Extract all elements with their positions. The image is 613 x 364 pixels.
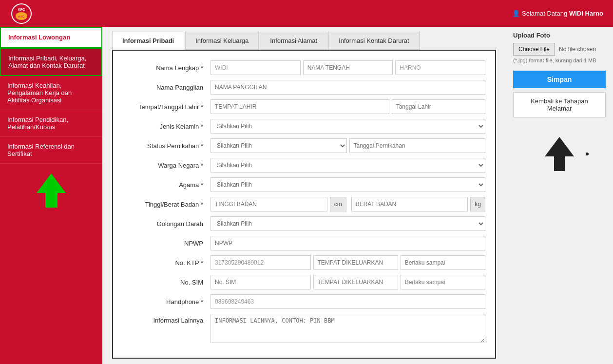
select-jenis-kelamin[interactable]: Silahkan Pilih Laki-laki Perempuan [211, 119, 485, 134]
field-npwp: NPWP [123, 236, 485, 250]
sidebar-item-informasi-pribadi-keluarga[interactable]: Informasi Pribadi, Keluarga, Alamat dan … [0, 48, 102, 76]
upload-title: Upload Foto [513, 32, 606, 39]
field-warga-negara: Warga Negara * Silahkan Pilih WNI WNA [123, 158, 485, 172]
field-status-pernikahan: Status Pernikahan * Silahkan Pilih Belum… [123, 138, 485, 153]
greeting-text: Selamat Datang [522, 10, 567, 17]
field-no-sim: No. SIM [123, 275, 485, 289]
kfc-logo-icon: KFC KFC [10, 3, 33, 24]
annotation-arrow-icon [545, 137, 574, 171]
inputs-no-sim [211, 275, 485, 289]
input-tinggi-badan[interactable] [211, 197, 327, 211]
inputs-status-pernikahan: Silahkan Pilih Belum Menikah Menikah Cer… [211, 138, 485, 153]
inputs-handphone [211, 294, 485, 309]
select-golongan-darah[interactable]: Silahkan Pilih A B AB O [211, 216, 485, 231]
sidebar-item-informasi-lowongan[interactable]: Informasi Lowongan [0, 27, 102, 48]
field-jenis-kelamin: Jenis Kelamin * Silahkan Pilih Laki-laki… [123, 119, 485, 134]
select-agama[interactable]: Silahkan Pilih Islam Kristen Katolik Hin… [211, 177, 485, 192]
sidebar-label-informasi-keahlian: Informasi Keahlian, Pengalaman Kerja dan… [7, 82, 72, 104]
label-nama-lengkap: Nama Lengkap * [123, 64, 211, 72]
input-tanggal-pernikahan[interactable] [349, 138, 486, 153]
sidebar-arrow-indicator [0, 164, 102, 217]
inputs-golongan-darah: Silahkan Pilih A B AB O [211, 216, 485, 231]
right-panel: Upload Foto Choose File No file chosen (… [506, 27, 613, 364]
label-agama: Agama * [123, 181, 211, 189]
inputs-jenis-kelamin: Silahkan Pilih Laki-laki Perempuan [211, 119, 485, 134]
simpan-button[interactable]: Simpan [513, 71, 606, 88]
field-tempat-tanggal-lahir: Tempat/Tanggal Lahir * [123, 99, 485, 114]
tabs-container: Informasi Pribadi Informasi Keluarga Inf… [112, 32, 496, 50]
label-jenis-kelamin: Jenis Kelamin * [123, 123, 211, 130]
label-tempat-tanggal-lahir: Tempat/Tanggal Lahir * [123, 103, 211, 111]
inputs-informasi-lainnya [211, 314, 485, 343]
field-nama-panggilan: Nama Panggilan [123, 80, 485, 95]
inputs-nama-lengkap [211, 60, 485, 75]
select-status-pernikahan[interactable]: Silahkan Pilih Belum Menikah Menikah Cer… [211, 138, 347, 153]
field-golongan-darah: Golongan Darah Silahkan Pilih A B AB O [123, 216, 485, 231]
main-layout: Informasi Lowongan Informasi Pribadi, Ke… [0, 27, 613, 364]
label-no-sim: No. SIM [123, 279, 211, 286]
field-handphone: Handphone * [123, 294, 485, 309]
tab-informasi-alamat[interactable]: Informasi Alamat [260, 32, 327, 50]
svg-text:KFC: KFC [18, 8, 25, 11]
sidebar-label-informasi-pendidikan: Informasi Pendidikan, Pelatihan/Kursus [7, 116, 68, 131]
no-file-text: No file chosen [559, 46, 596, 53]
input-sim-tempat[interactable] [313, 275, 398, 289]
label-informasi-lainnya: Informasi Lainnya [123, 314, 211, 324]
sidebar-label-informasi-lowongan: Informasi Lowongan [8, 34, 70, 41]
input-nama-tengah[interactable] [303, 60, 393, 75]
field-nama-lengkap: Nama Lengkap * [123, 60, 485, 75]
user-icon: 👤 [512, 10, 520, 17]
input-ktp-tempat[interactable] [313, 255, 398, 270]
header: KFC KFC 👤 Selamat Datang WIDI Harno [0, 0, 613, 27]
arrow-annotation [513, 132, 606, 171]
logo: KFC KFC [10, 3, 33, 24]
input-sim-berlaku[interactable] [401, 275, 485, 289]
input-nama-depan[interactable] [211, 60, 301, 75]
input-handphone[interactable] [211, 294, 485, 309]
sidebar-label-informasi-referensi: Informasi Referensi dan Sertifikat [7, 143, 75, 157]
input-tempat-lahir[interactable] [211, 99, 389, 114]
unit-kg: kg [470, 197, 485, 211]
input-tanggal-lahir[interactable] [392, 99, 485, 114]
kembali-button[interactable]: Kembali ke Tahapan Melamar [513, 92, 606, 117]
sidebar-item-informasi-referensi[interactable]: Informasi Referensi dan Sertifikat [0, 137, 102, 164]
upload-row: Choose File No file chosen [513, 43, 606, 56]
input-ktp-berlaku[interactable] [401, 255, 485, 270]
tab-informasi-keluarga[interactable]: Informasi Keluarga [185, 32, 259, 50]
inputs-agama: Silahkan Pilih Islam Kristen Katolik Hin… [211, 177, 485, 192]
inputs-tempat-tanggal-lahir [211, 99, 485, 114]
textarea-informasi-lainnya[interactable] [211, 314, 485, 343]
tab-informasi-kontak-darurat[interactable]: Informasi Kontak Darurat [328, 32, 420, 50]
svg-text:KFC: KFC [19, 15, 25, 18]
label-handphone: Handphone * [123, 298, 211, 306]
input-nama-panggilan[interactable] [211, 80, 485, 95]
unit-cm: cm [330, 197, 346, 211]
input-no-ktp[interactable] [211, 255, 311, 270]
input-no-sim[interactable] [211, 275, 311, 289]
choose-file-button[interactable]: Choose File [513, 43, 555, 56]
input-nama-belakang[interactable] [395, 60, 485, 75]
input-npwp[interactable] [211, 236, 485, 250]
sidebar-item-informasi-pendidikan[interactable]: Informasi Pendidikan, Pelatihan/Kursus [0, 110, 102, 137]
label-npwp: NPWP [123, 240, 211, 247]
field-no-ktp: No. KTP * [123, 255, 485, 270]
form-container: Nama Lengkap * Nama Panggilan Tempat/Tan… [112, 50, 496, 359]
inputs-nama-panggilan [211, 80, 485, 95]
upload-hint: (*.jpg) format file, kurang dari 1 MB [513, 57, 606, 63]
label-nama-panggilan: Nama Panggilan [123, 84, 211, 91]
upload-section: Upload Foto Choose File No file chosen (… [513, 32, 606, 63]
field-agama: Agama * Silahkan Pilih Islam Kristen Kat… [123, 177, 485, 192]
field-tinggi-berat: Tinggi/Berat Badan * cm kg [123, 197, 485, 211]
tab-informasi-pribadi[interactable]: Informasi Pribadi [112, 32, 184, 50]
sidebar-item-informasi-keahlian[interactable]: Informasi Keahlian, Pengalaman Kerja dan… [0, 76, 102, 110]
main-content: Informasi Pribadi Informasi Keluarga Inf… [102, 27, 506, 364]
label-no-ktp: No. KTP * [123, 259, 211, 267]
label-status-pernikahan: Status Pernikahan * [123, 142, 211, 150]
sidebar: Informasi Lowongan Informasi Pribadi, Ke… [0, 27, 102, 364]
input-berat-badan[interactable] [351, 197, 468, 211]
select-warga-negara[interactable]: Silahkan Pilih WNI WNA [211, 158, 485, 172]
inputs-npwp [211, 236, 485, 250]
inputs-tinggi-berat: cm kg [211, 197, 485, 211]
label-tinggi-berat: Tinggi/Berat Badan * [123, 201, 211, 208]
username-text: WIDI Harno [569, 10, 603, 17]
